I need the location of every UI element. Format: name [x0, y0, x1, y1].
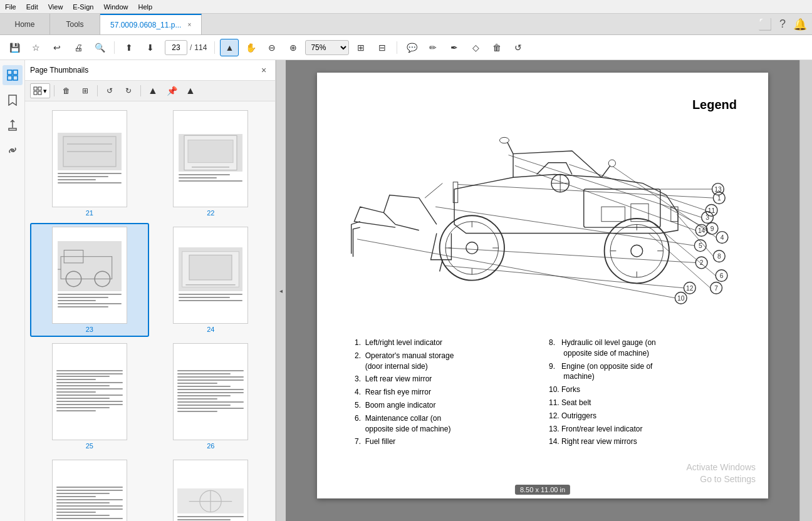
tab-home-label: Home — [14, 20, 34, 29]
search-button[interactable]: 🔍 — [90, 39, 109, 56]
legend-item-8: 8. Hydraulic oil level gauge (on opposit… — [549, 338, 731, 359]
svg-text:14: 14 — [698, 227, 705, 234]
hand-tool[interactable]: ✋ — [241, 39, 260, 56]
menu-help[interactable]: Help — [138, 3, 153, 11]
svg-point-47 — [499, 137, 509, 143]
activate-line2: Go to Settings — [687, 473, 756, 486]
tractor-diagram: 1 2 3 4 5 — [348, 125, 737, 325]
menu-window[interactable]: Window — [103, 3, 128, 11]
print-button[interactable]: 🖨 — [69, 39, 88, 56]
prev-page-button[interactable]: ⬆ — [120, 39, 138, 56]
sep1 — [114, 41, 115, 54]
svg-line-45 — [425, 183, 442, 198]
tab-right-icons: ⬜ ? 🔔 — [758, 14, 812, 34]
page-size-label: 8.50 x 11.00 in — [515, 485, 570, 495]
undo-button[interactable]: ↺ — [509, 39, 528, 56]
panel-collapse-button[interactable]: ◂ — [276, 60, 286, 521]
tab-tools[interactable]: Tools — [50, 14, 100, 34]
thumbnail-26[interactable]: 26 — [152, 339, 271, 453]
thumb-redo-btn[interactable]: ↻ — [120, 83, 137, 98]
legend-item-2: 2. Operator's manual storage (door inter… — [355, 351, 536, 372]
next-page-button[interactable]: ⬇ — [141, 39, 160, 56]
svg-text:1: 1 — [717, 195, 721, 202]
cursor-tool[interactable]: ▲ — [220, 39, 239, 56]
draw-button[interactable]: ✒ — [445, 39, 464, 56]
view-options-dropdown[interactable]: ▾ — [30, 83, 50, 98]
thumb-sep2 — [97, 85, 98, 96]
thumb-img-21 — [52, 110, 127, 207]
menu-file[interactable]: File — [5, 3, 16, 11]
thumb-img-23 — [52, 227, 127, 324]
thumb-label-24: 24 — [207, 326, 214, 333]
main-toolbar: 💾 ☆ ↩ 🖨 🔍 ⬆ ⬇ 23 / 114 ▲ ✋ ⊖ ⊕ 75% 50% 1… — [0, 35, 812, 60]
help-icon[interactable]: ? — [779, 18, 786, 31]
svg-rect-6 — [34, 91, 37, 95]
bookmarks-icon[interactable] — [3, 90, 23, 110]
thumbnails-scroll-area[interactable]: 21 22 — [25, 101, 275, 521]
svg-line-46 — [508, 142, 513, 154]
sep2 — [214, 41, 215, 54]
menu-edit[interactable]: Edit — [26, 3, 38, 11]
legend-item-9: 9. Engine (on opposite side of machine) — [549, 361, 731, 383]
svg-rect-3 — [13, 76, 18, 80]
thumbnail-22[interactable]: 22 — [152, 106, 271, 220]
thumb-smaller-btn[interactable]: ▲ — [145, 83, 161, 98]
page-separator: / — [190, 43, 192, 52]
fit-page-button[interactable]: ⊟ — [373, 39, 392, 56]
zoom-in-button[interactable]: ⊕ — [284, 39, 303, 56]
highlight-button[interactable]: ✏ — [424, 39, 442, 56]
thumb-img-27 — [52, 460, 127, 521]
bell-icon[interactable]: 🔔 — [793, 18, 807, 31]
fit-button[interactable]: ⊞ — [351, 39, 370, 56]
thumbnails-header: Page Thumbnails × — [25, 60, 275, 81]
svg-rect-5 — [38, 87, 41, 90]
thumb-delete-btn[interactable]: 🗑 — [58, 83, 75, 98]
thumbnail-21[interactable]: 21 — [30, 106, 149, 220]
zoom-out-button[interactable]: ⊖ — [263, 39, 281, 56]
thumbnails-close-button[interactable]: × — [258, 64, 270, 76]
svg-rect-50 — [453, 182, 458, 203]
pdf-page: Legend — [317, 73, 768, 498]
legend-item-14: 14. Right rear view mirrors — [549, 436, 731, 447]
tab-tools-label: Tools — [66, 20, 83, 29]
menu-view[interactable]: View — [48, 3, 63, 11]
svg-text:4: 4 — [721, 234, 724, 241]
back-button[interactable]: ↩ — [48, 39, 66, 56]
svg-rect-7 — [38, 91, 41, 95]
thumbnail-24[interactable]: 24 — [152, 223, 271, 337]
svg-text:6: 6 — [720, 272, 724, 279]
links-icon[interactable] — [3, 140, 23, 160]
pdf-viewer[interactable]: Legend — [286, 60, 799, 521]
thumbnails-panel: Page Thumbnails × ▾ 🗑 ⊞ ↺ ↻ ▲ 📌 ▲ — [25, 60, 276, 521]
thumbnail-28[interactable]: 28 — [152, 456, 271, 521]
display-icon[interactable]: ⬜ — [758, 18, 772, 31]
zoom-select[interactable]: 75% 50% 100% 125% 150% 200% — [305, 40, 349, 55]
svg-rect-14 — [61, 257, 112, 279]
thumb-larger-btn[interactable]: ▲ — [182, 83, 199, 98]
tab-file[interactable]: 57.0009.0608_11.p... × — [100, 14, 202, 34]
svg-text:11: 11 — [708, 207, 716, 214]
tab-home[interactable]: Home — [0, 14, 50, 34]
menu-esign[interactable]: E-Sign — [73, 3, 93, 11]
thumbnails-icon[interactable] — [3, 65, 23, 85]
activate-line1: Activate Windows — [687, 462, 756, 474]
thumbnail-27[interactable]: 27 — [30, 456, 149, 521]
thumbnails-toolbar: ▾ 🗑 ⊞ ↺ ↻ ▲ 📌 ▲ — [25, 81, 275, 101]
legend-title: Legend — [348, 98, 737, 112]
thumb-undo-btn[interactable]: ↺ — [102, 83, 118, 98]
delete-button[interactable]: 🗑 — [487, 39, 506, 56]
tab-close-icon[interactable]: × — [187, 21, 191, 28]
save-button[interactable]: 💾 — [5, 39, 24, 56]
page-input[interactable]: 23 — [165, 40, 187, 55]
shapes-button[interactable]: ◇ — [466, 39, 485, 56]
thumb-insert-btn[interactable]: ⊞ — [77, 83, 93, 98]
main-layout: Page Thumbnails × ▾ 🗑 ⊞ ↺ ↻ ▲ 📌 ▲ — [0, 60, 812, 521]
thumbnail-23[interactable]: 23 — [30, 223, 149, 337]
attachments-icon[interactable] — [3, 115, 23, 135]
page-total: 114 — [194, 43, 207, 52]
comment-button[interactable]: 💬 — [402, 39, 421, 56]
thumb-label-26: 26 — [207, 442, 214, 450]
bookmark-button[interactable]: ☆ — [26, 39, 45, 56]
thumb-pin-btn[interactable]: 📌 — [164, 83, 180, 98]
thumbnail-25[interactable]: 25 — [30, 339, 149, 453]
